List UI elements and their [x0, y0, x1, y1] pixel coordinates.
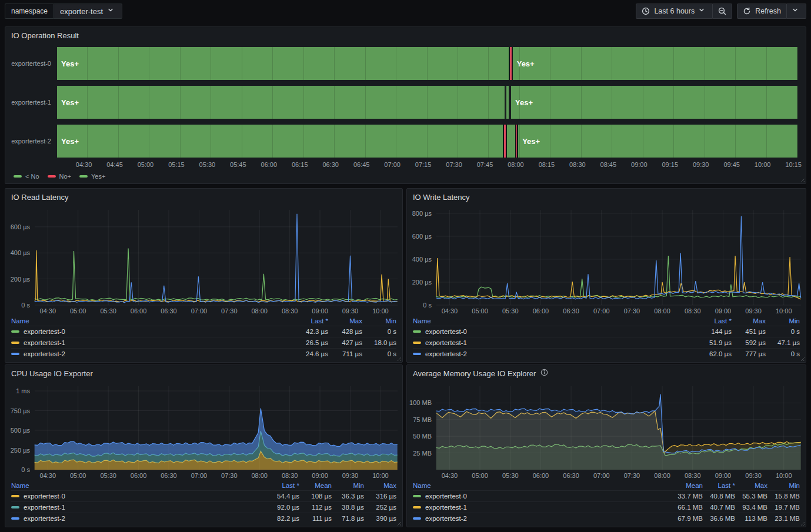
legend-value: 26.5 µs — [294, 339, 328, 346]
x-tick-label: 09:00 — [715, 472, 732, 479]
timeline-segment-yes[interactable]: Yes+ — [513, 47, 797, 80]
chart-plot-area[interactable]: 04:3005:0005:3006:0006:3007:0007:3008:00… — [407, 382, 806, 480]
legend-series-name[interactable]: exportertest-1 — [11, 339, 294, 346]
x-tick-label: 04:30 — [442, 472, 458, 479]
chart-plot-area[interactable]: 04:3005:0005:3006:0006:3007:0007:3008:00… — [5, 205, 402, 316]
chart-plot-area[interactable]: 04:3005:0005:3006:0006:3007:0007:3008:00… — [407, 205, 806, 316]
legend-value: 67.9 MB — [670, 515, 703, 522]
legend-series-name[interactable]: exportertest-2 — [413, 350, 697, 357]
timeline-segment-yes[interactable]: Yes+ — [57, 86, 505, 119]
legend-series-name[interactable]: exportertest-2 — [11, 515, 267, 522]
legend-header-max[interactable]: Max — [364, 482, 396, 489]
legend-swatch — [48, 175, 56, 178]
legend-value: 777 µs — [732, 350, 766, 357]
legend-series-name[interactable]: exportertest-0 — [413, 493, 670, 500]
legend-series-name[interactable]: exportertest-2 — [413, 515, 670, 522]
refresh-icon — [743, 7, 751, 15]
legend-series-name[interactable]: exportertest-2 — [11, 350, 294, 357]
timeline-segment-yes[interactable]: Yes+ — [57, 125, 503, 158]
legend-header-last[interactable]: Last * — [703, 482, 735, 489]
panel-header: IO Operation Result — [5, 27, 806, 44]
legend-header-name[interactable]: Name — [11, 317, 294, 324]
panel-title[interactable]: IO Operation Result — [11, 31, 79, 40]
panel-title[interactable]: CPU Usage IO Exporter — [11, 369, 93, 378]
x-tick-label: 09:30 — [342, 307, 359, 314]
timeline-legend-item[interactable]: < No — [14, 173, 39, 180]
timeline-legend-item[interactable]: No+ — [48, 173, 72, 180]
x-tick-label: 05:00 — [70, 307, 86, 314]
panel-header: Average Memory Usage IO Explorer — [407, 365, 806, 382]
legend-header-max[interactable]: Max — [328, 317, 362, 324]
panel-header: CPU Usage IO Exporter — [5, 365, 402, 382]
legend-series-name[interactable]: exportertest-0 — [11, 493, 267, 500]
timeline-segment-yes[interactable]: Yes+ — [57, 47, 509, 80]
zoom-out-icon — [718, 7, 726, 15]
legend-series-name[interactable]: exportertest-0 — [11, 328, 294, 335]
x-tick-label: 06:00 — [533, 307, 549, 314]
legend-row: exportertest-262.0 µs777 µs0 s — [413, 348, 800, 359]
legend-header-last[interactable]: Last * — [267, 482, 299, 489]
variable-namespace: namespace exporter-test — [5, 4, 122, 19]
x-tick-label: 06:30 — [161, 472, 177, 479]
legend-header-min[interactable]: Min — [362, 317, 396, 324]
timeline-segment-no[interactable] — [503, 125, 507, 158]
legend-series-name[interactable]: exportertest-1 — [11, 504, 267, 511]
legend-header-max[interactable]: Max — [732, 317, 766, 324]
refresh-interval-dropdown[interactable] — [787, 4, 806, 19]
legend-header-last[interactable]: Last * — [697, 317, 732, 324]
zoom-out-time-button[interactable] — [713, 4, 732, 19]
timeline-segment-yes[interactable] — [507, 125, 515, 158]
panel-cpu-usage: CPU Usage IO Exporter04:3005:0005:3006:0… — [5, 364, 403, 527]
panel-title[interactable]: IO Write Latency — [413, 193, 470, 202]
info-icon[interactable] — [540, 368, 548, 379]
legend-row: exportertest-166.1 MB40.7 MB93.4 MB19.7 … — [413, 501, 800, 513]
time-axis-label: 05:00 — [138, 161, 154, 168]
timeline-segment-yes[interactable]: Yes+ — [511, 86, 797, 119]
legend-header-min[interactable]: Min — [767, 482, 800, 489]
time-axis-label: 06:15 — [292, 161, 308, 168]
legend-header-min[interactable]: Min — [332, 482, 364, 489]
legend-label: < No — [25, 173, 39, 180]
legend-header-min[interactable]: Min — [766, 317, 800, 324]
panel-title[interactable]: IO Read Latency — [11, 193, 69, 202]
variable-selected-value: exporter-test — [60, 7, 103, 16]
legend-header-mean[interactable]: Mean — [299, 482, 332, 489]
y-tick-label: 0 s — [423, 302, 432, 309]
state-label: Yes+ — [61, 59, 79, 68]
legend-header-max[interactable]: Max — [735, 482, 767, 489]
x-tick-label: 06:30 — [563, 307, 579, 314]
y-tick-label: 75 MB — [413, 416, 432, 423]
legend-value: 66.1 MB — [670, 504, 703, 511]
legend-swatch — [413, 330, 421, 333]
timeline-legend-item[interactable]: Yes+ — [79, 173, 105, 180]
legend-series-name[interactable]: exportertest-1 — [413, 504, 670, 511]
legend-header-mean[interactable]: Mean — [670, 482, 703, 489]
panel-title[interactable]: Average Memory Usage IO Explorer — [413, 369, 536, 378]
state-label: Yes+ — [522, 137, 540, 146]
time-range-picker[interactable]: Last 6 hours — [636, 4, 713, 19]
legend-series-name[interactable]: exportertest-0 — [413, 328, 697, 335]
legend-header-last[interactable]: Last * — [294, 317, 328, 324]
legend-series-name[interactable]: exportertest-1 — [413, 339, 697, 346]
legend-header-name[interactable]: Name — [413, 482, 670, 489]
variable-value-dropdown[interactable]: exporter-test — [54, 4, 122, 19]
refresh-button[interactable]: Refresh — [737, 4, 787, 19]
legend-header-name[interactable]: Name — [11, 482, 267, 489]
legend-header-name[interactable]: Name — [413, 317, 697, 324]
grafana-dashboard: namespace exporter-test Last 6 hours — [0, 0, 811, 532]
legend-swatch — [14, 175, 22, 178]
time-axis-label: 10:15 — [785, 161, 802, 168]
refresh-label: Refresh — [755, 7, 781, 15]
timeline-row: exportertest-1Yes+Yes+ — [5, 86, 797, 119]
refresh-controls: Refresh — [737, 4, 806, 19]
panel-header: IO Read Latency — [5, 189, 402, 205]
dashboard-toolbar: namespace exporter-test Last 6 hours — [5, 4, 806, 19]
y-tick-label: 600 µs — [412, 233, 432, 240]
x-tick-label: 06:30 — [161, 307, 177, 314]
legend-value: 0 s — [766, 350, 800, 357]
legend-table: NameMeanLast *MaxMinexportertest-033.7 M… — [407, 480, 806, 527]
chart-plot-area[interactable]: 04:3005:0005:3006:0006:3007:0007:3008:00… — [5, 382, 402, 480]
y-tick-label: 1 ms — [16, 387, 30, 394]
timeline-segment-yes[interactable]: Yes+ — [518, 125, 797, 158]
legend-value: 108 µs — [299, 493, 332, 500]
